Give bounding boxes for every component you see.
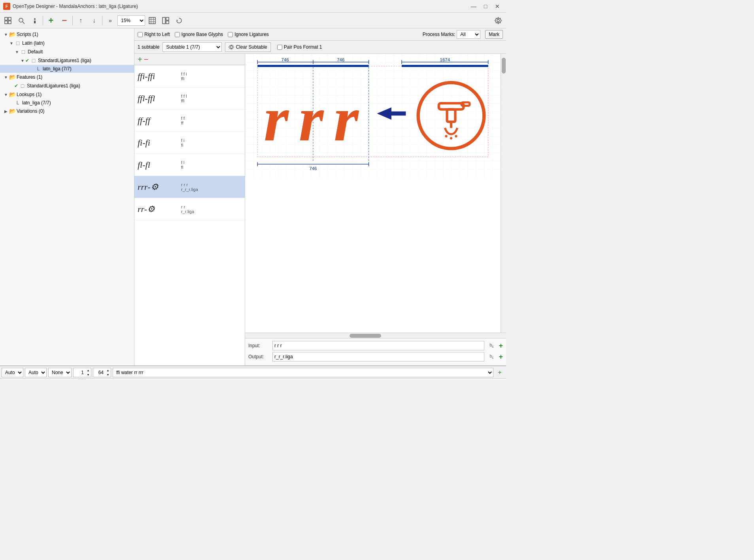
left-divider-handle[interactable] [79,379,82,380]
number-spinner[interactable]: ▲ ▼ [73,368,91,377]
toolbar-layout-btn[interactable] [159,15,172,26]
options-bar: Right to Left Ignore Base Glyphs Ignore … [134,28,506,41]
preview-horizontal-scrollbar[interactable] [245,333,506,338]
content-area: + − ffi-ffi f f i ffi ffl-ffl f f l [134,54,506,365]
right-divider-handle[interactable] [82,379,85,380]
input-field[interactable] [272,341,484,350]
std-lig-label: StandardLigatures1 (liga) [38,58,91,63]
tree-features[interactable]: ▼ 📂 Features (1) [0,73,134,81]
subtable-bar: 1 subtable Subtable 1 (7/7) Clear Subtab… [134,41,506,54]
tree-scripts[interactable]: ▼ 📂 Scripts (1) [0,30,134,39]
right-to-left-checkbox[interactable] [138,32,143,37]
list-item[interactable]: fi-fi f i fi [134,132,245,154]
toolbar-fit-btn[interactable] [146,15,159,26]
pair-pos-checkbox[interactable] [277,45,282,50]
pair-pos-group: Pair Pos Format 1 [277,44,322,50]
size-input[interactable] [93,368,105,377]
toolbar-up-btn[interactable]: ↑ [74,15,87,26]
input-row: Input: bc + [248,341,503,350]
list-item[interactable]: rr-⚙ r r r_r.liga [134,198,245,220]
maximize-button[interactable]: □ [480,2,491,11]
pair-pos-label: Pair Pos Format 1 [284,44,322,50]
ignore-base-glyphs-label: Ignore Base Glyphs [181,32,223,37]
list-item[interactable]: rrr-⚙ r r r r_r_r.liga [134,176,245,198]
list-item[interactable]: ffl-ffl f f l ffl [134,87,245,110]
scripts-label: Scripts (1) [17,32,38,37]
svg-text:746: 746 [337,57,344,62]
features-lig-expand-icon [9,84,14,88]
none-select[interactable]: None [48,368,72,377]
lig-names-fi: f i fi [181,138,185,148]
clear-subtable-label: Clear Subtable [236,44,267,50]
zoom-select[interactable]: 15% 25% 50% 100% [117,15,145,26]
add-text-button[interactable]: + [495,368,505,377]
features-expand-icon: ▼ [3,75,9,79]
lig-glyph-fl: fl-fl [138,160,181,170]
tree-lookups[interactable]: ▼ 📂 Lookups (1) [0,90,134,99]
default-label: Default [28,49,43,55]
tree-features-lig[interactable]: ✔ □ StandardLigatures1 (liga) [0,81,134,90]
window-title: OpenType Designer - MandalaAnchors : lat… [13,4,468,9]
size-spinner-down[interactable]: ▼ [105,373,111,377]
list-item[interactable]: ffi-ffi f f i ffi [134,65,245,87]
auto-select-1[interactable]: Auto [2,368,23,377]
process-marks-select[interactable]: All None [457,30,480,39]
default-icon: □ [20,49,27,55]
tree-variations[interactable]: ▶ 📂 Variations (0) [0,107,134,115]
lig-glyph-ff: ff-ff [138,115,181,126]
spinner-up[interactable]: ▲ [85,368,91,373]
right-panel: Right to Left Ignore Base Glyphs Ignore … [134,28,506,365]
toolbar-rotate-btn[interactable] [173,15,185,26]
ignore-base-glyphs-checkbox[interactable] [175,32,180,37]
std-lig-expand-icon: ▼ [20,59,25,63]
tree-lookup-item[interactable]: L latn_liga (7/7) [0,99,134,107]
number-input[interactable] [74,368,85,377]
lookup-item-icon: L [14,100,21,106]
toolbar-grid-btn[interactable] [2,15,14,26]
output-field[interactable] [272,352,484,361]
spinner-down[interactable]: ▼ [85,373,91,377]
input-glyph-icon: bc [487,342,496,348]
tree-latin[interactable]: ▼ □ Latin (latn) [0,39,134,47]
lig-add-button[interactable]: + [138,55,142,63]
preview-vertical-scrollbar[interactable] [501,54,506,333]
latin-label: Latin (latn) [22,40,45,46]
gear-icon [229,44,234,50]
mark-button[interactable]: Mark [485,30,503,39]
output-label: Output: [248,354,270,359]
toolbar-settings-btn[interactable] [492,15,505,26]
latin-expand-icon: ▼ [9,41,14,45]
toolbar-more-btn[interactable]: » [104,15,117,26]
auto-select-2[interactable]: Auto [25,368,47,377]
clear-subtable-button[interactable]: Clear Subtable [225,42,270,52]
toolbar-down-btn[interactable]: ↓ [88,15,100,26]
output-add-button[interactable]: + [499,353,503,361]
input-add-button[interactable]: + [499,342,503,350]
svg-rect-1 [8,17,11,20]
toolbar-info-btn[interactable] [28,15,41,26]
main-toolbar: + − ↑ ↓ » 15% 25% 50% 100% [0,13,506,28]
list-item[interactable]: ff-ff f f ff [134,110,245,132]
toolbar-remove-btn[interactable]: − [58,15,71,26]
lookups-expand-icon: ▼ [3,93,9,97]
tree-default[interactable]: ▼ □ Default [0,47,134,56]
text-combo[interactable]: ffi water rr rrr [113,368,493,377]
subtable-select[interactable]: Subtable 1 (7/7) [163,42,222,52]
spinner-arrows: ▲ ▼ [85,368,91,377]
std-lig-check-icon: ✔ [25,58,29,63]
lig-delete-button[interactable]: − [144,55,149,63]
close-button[interactable]: ✕ [492,2,503,11]
tree-latn-liga[interactable]: L latn_liga (7/7) [0,65,134,73]
svg-point-48 [455,135,457,137]
list-item[interactable]: fl-fl f l fl [134,154,245,176]
features-lig-icon: □ [19,83,26,89]
ignore-ligatures-checkbox[interactable] [228,32,233,37]
size-spinner[interactable]: ▲ ▼ [93,368,111,377]
toolbar-sep3 [102,16,102,25]
size-spinner-up[interactable]: ▲ [105,368,111,373]
toolbar-search-btn[interactable] [15,15,28,26]
toolbar-add-btn[interactable]: + [45,15,57,26]
minimize-button[interactable]: — [468,2,479,11]
lookup-item-expand-icon [9,101,14,105]
tree-std-lig[interactable]: ▼ ✔ □ StandardLigatures1 (liga) [0,56,134,65]
